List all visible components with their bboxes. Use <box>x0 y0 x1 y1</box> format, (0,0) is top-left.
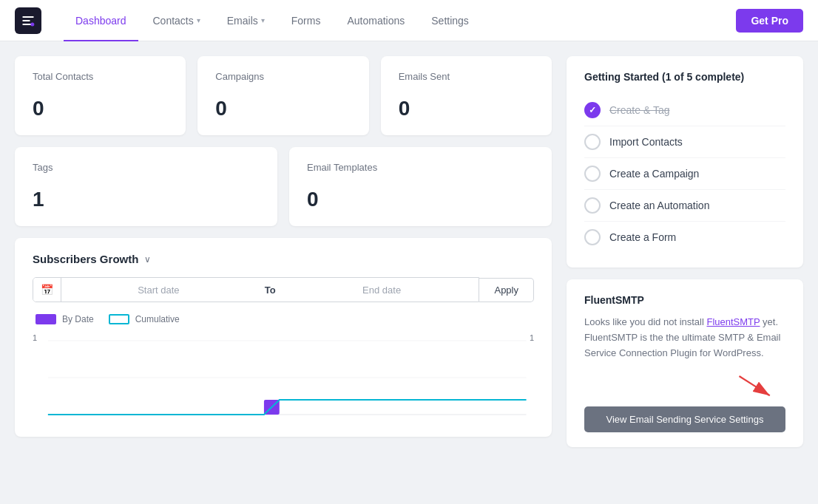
checklist-circle-create-campaign <box>584 166 601 182</box>
fluent-smtp-description: Looks like you did not install FluentSMT… <box>584 315 785 361</box>
nav-item-dashboard[interactable]: Dashboard <box>64 0 138 41</box>
email-templates-value: 0 <box>307 188 534 211</box>
chevron-down-icon: ▾ <box>197 16 200 24</box>
app-logo[interactable] <box>15 7 41 34</box>
chart-y-right-label: 1 <box>530 333 534 342</box>
campaigns-label: Campaigns <box>215 71 351 82</box>
tags-label: Tags <box>33 162 260 173</box>
svg-line-6 <box>740 376 770 395</box>
by-date-legend-box <box>36 314 56 324</box>
checklist-item-create-campaign[interactable]: Create a Campaign <box>584 158 785 190</box>
checklist-label-create-campaign: Create a Campaign <box>609 168 699 180</box>
checklist-circle-import-contacts <box>584 134 601 150</box>
fluent-smtp-title: FluentSMTP <box>584 294 785 306</box>
date-filter: 📅 Start date To End date Apply <box>33 277 534 302</box>
fluent-smtp-link[interactable]: FluentSMTP <box>706 316 760 327</box>
growth-title: Subscribers Growth <box>33 253 138 265</box>
date-range-input: 📅 Start date To End date <box>33 277 479 302</box>
getting-started-title: Getting Started (1 of 5 complete) <box>584 71 785 83</box>
nav-item-forms[interactable]: Forms <box>280 0 333 41</box>
start-date-input[interactable]: Start date <box>61 279 256 302</box>
calendar-icon: 📅 <box>33 278 61 302</box>
stats-grid-bottom: Tags 1 Email Templates 0 <box>15 147 552 226</box>
campaigns-card: Campaigns 0 <box>197 56 368 135</box>
checklist-item-import-contacts[interactable]: Import Contacts <box>584 126 785 158</box>
checklist-item-create-tag[interactable]: Create & Tag <box>584 95 785 126</box>
nav-items: Dashboard Contacts ▾ Emails ▾ Forms Auto… <box>64 0 736 41</box>
get-pro-button[interactable]: Get Pro <box>736 9 803 33</box>
emails-sent-label: Emails Sent <box>399 71 534 82</box>
nav-item-automations[interactable]: Automations <box>335 0 416 41</box>
checklist-item-create-form[interactable]: Create a Form <box>584 222 785 253</box>
by-date-legend-label: By Date <box>62 314 94 324</box>
date-to-label: To <box>256 279 285 302</box>
apply-button[interactable]: Apply <box>479 278 534 302</box>
getting-started-card: Getting Started (1 of 5 complete) Create… <box>567 56 803 268</box>
cumulative-legend-label: Cumulative <box>135 314 180 324</box>
tags-card: Tags 1 <box>15 147 277 226</box>
total-contacts-value: 0 <box>33 97 168 120</box>
chart-svg <box>33 333 534 422</box>
checklist-circle-create-tag <box>584 102 601 118</box>
fluent-smtp-card: FluentSMTP Looks like you did not instal… <box>567 279 803 447</box>
total-contacts-label: Total Contacts <box>33 71 168 82</box>
emails-sent-value: 0 <box>399 97 534 120</box>
arrow-area <box>584 372 785 402</box>
email-templates-card: Email Templates 0 <box>289 147 552 226</box>
navbar: Dashboard Contacts ▾ Emails ▾ Forms Auto… <box>0 0 818 41</box>
red-arrow-icon <box>734 372 778 402</box>
campaigns-value: 0 <box>215 97 351 120</box>
growth-header: Subscribers Growth ∨ <box>33 253 534 265</box>
chevron-down-icon: ▾ <box>261 16 265 24</box>
checklist-label-create-automation: Create an Automation <box>609 200 709 211</box>
chart-area: 1 1 <box>33 333 534 422</box>
email-templates-label: Email Templates <box>307 162 534 173</box>
nav-item-settings[interactable]: Settings <box>419 0 481 41</box>
tags-value: 1 <box>33 188 260 211</box>
cumulative-legend-box <box>109 314 129 324</box>
nav-item-emails[interactable]: Emails ▾ <box>215 0 277 41</box>
view-settings-button[interactable]: View Email Sending Service Settings <box>584 406 785 432</box>
emails-sent-card: Emails Sent 0 <box>381 56 552 135</box>
legend-by-date: By Date <box>36 314 94 324</box>
main-content: Total Contacts 0 Campaigns 0 Emails Sent… <box>0 41 818 462</box>
stats-grid-top: Total Contacts 0 Campaigns 0 Emails Sent… <box>15 56 552 135</box>
checklist-circle-create-automation <box>584 197 601 214</box>
legend-cumulative: Cumulative <box>109 314 180 324</box>
chart-y-left-label: 1 <box>33 333 37 342</box>
growth-chevron-icon[interactable]: ∨ <box>144 254 151 265</box>
checklist-circle-create-form <box>584 229 601 245</box>
nav-item-contacts[interactable]: Contacts ▾ <box>141 0 212 41</box>
end-date-input[interactable]: End date <box>285 279 479 302</box>
right-panel: Getting Started (1 of 5 complete) Create… <box>567 56 803 447</box>
chart-legend: By Date Cumulative <box>33 314 534 324</box>
total-contacts-card: Total Contacts 0 <box>15 56 186 135</box>
checklist-item-create-automation[interactable]: Create an Automation <box>584 190 785 222</box>
left-panel: Total Contacts 0 Campaigns 0 Emails Sent… <box>15 56 552 447</box>
svg-point-0 <box>30 22 34 26</box>
checklist-label-import-contacts: Import Contacts <box>609 136 683 148</box>
checklist-label-create-form: Create a Form <box>609 231 676 243</box>
checklist-label-create-tag: Create & Tag <box>609 104 669 116</box>
subscribers-growth-card: Subscribers Growth ∨ 📅 Start date To End… <box>15 238 552 437</box>
